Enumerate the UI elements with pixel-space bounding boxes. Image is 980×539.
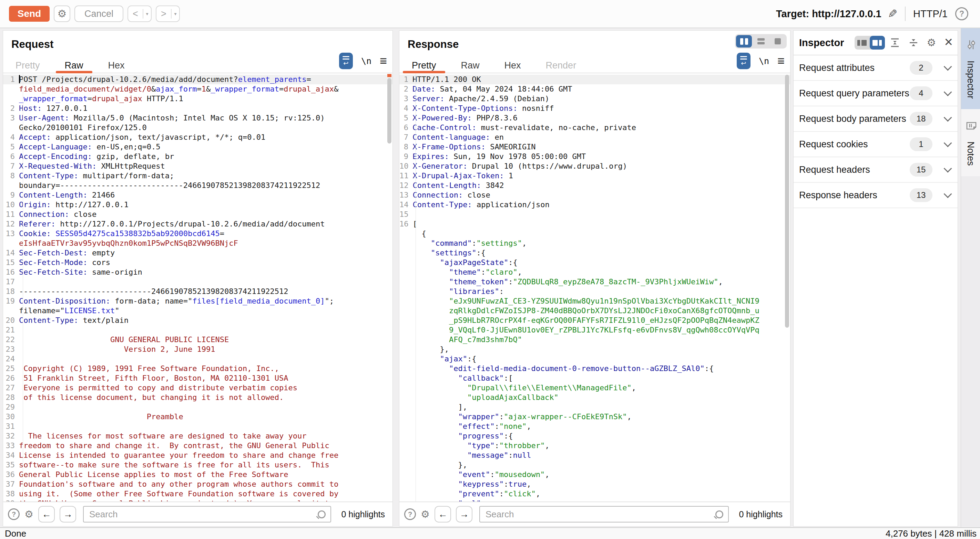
dock-left-button[interactable] (854, 36, 870, 49)
close-icon[interactable]: × (944, 35, 953, 49)
editor-row: "progress":{ (399, 431, 790, 441)
editor-menu-icon[interactable]: ≡ (380, 55, 387, 67)
response-search-input[interactable] (485, 509, 712, 520)
editor-row: 31 (3, 422, 393, 431)
line-number (3, 181, 19, 190)
collapse-all-icon[interactable] (908, 38, 919, 48)
inspector-section-request-attributes[interactable]: Request attributes2 (794, 55, 958, 81)
layout-columns-button[interactable] (736, 35, 752, 48)
scrollbar-thumb[interactable] (785, 75, 789, 328)
line-number: 29 (3, 403, 19, 412)
next-match-button[interactable]: → (456, 506, 473, 523)
search-settings-icon[interactable]: ⚙ (24, 509, 33, 519)
tab-hex[interactable]: Hex (96, 57, 137, 73)
chevron-down-icon[interactable]: ▾ (172, 11, 179, 16)
edit-target-icon[interactable]: ✎ (888, 7, 898, 21)
send-button[interactable]: Send (9, 6, 49, 22)
chevron-down-icon[interactable] (943, 88, 952, 96)
send-settings-button[interactable]: ⚙ (54, 5, 70, 22)
search-help-icon[interactable]: ? (404, 508, 416, 520)
line-number: 33 (3, 441, 19, 450)
search-icon (715, 510, 723, 518)
inspector-section-response-headers[interactable]: Response headers13 (794, 183, 958, 208)
gear-icon[interactable]: ⚙ (927, 38, 936, 48)
tab-pretty[interactable]: Pretty (3, 57, 52, 73)
tab-render[interactable]: Render (533, 57, 589, 73)
chevron-down-icon[interactable] (943, 190, 952, 198)
line-number: 8 (399, 142, 412, 152)
inspector-title: Inspector (799, 37, 844, 49)
chevron-down-icon[interactable]: ▾ (143, 11, 151, 16)
line-number: 19 (3, 296, 19, 306)
prev-match-button[interactable]: ← (38, 506, 55, 523)
editor-row: 13Cookie: SESS05d4275ca1538832b5ab92000b… (3, 229, 393, 239)
layout-rows-button[interactable] (753, 35, 769, 48)
editor-row: eIsHfaaETVr3av95yvbqQhzn0kom1P5wPcNSqB2V… (3, 239, 393, 248)
code-text: Sec-Fetch-Site: same-origin (19, 268, 142, 277)
inspector-dock-toggle (854, 36, 885, 49)
code-text: "event":"mousedown", (412, 470, 549, 479)
chevron-down-icon[interactable] (943, 62, 952, 71)
help-icon[interactable]: ? (955, 7, 968, 20)
code-text: "ajax":{ (412, 354, 476, 364)
line-number: 23 (3, 344, 19, 354)
code-text: "type":"throbber", (412, 441, 549, 450)
editor-row: "uploadAjaxCallback" (399, 393, 790, 403)
show-newlines-icon[interactable]: \n (759, 56, 769, 66)
next-match-button[interactable]: → (60, 506, 76, 523)
response-editor[interactable]: 1HTTP/1.1 200 OK2Date: Sat, 04 May 2024 … (399, 73, 790, 501)
chevron-down-icon[interactable] (943, 113, 952, 122)
request-scrollbar[interactable] (387, 74, 391, 501)
search-help-icon[interactable]: ? (8, 508, 20, 520)
line-number: 11 (3, 209, 19, 219)
search-settings-icon[interactable]: ⚙ (421, 509, 430, 519)
line-number (3, 306, 19, 315)
show-newlines-icon[interactable]: \n (361, 56, 371, 66)
line-number (399, 412, 412, 422)
line-number: 26 (3, 373, 19, 383)
tab-raw[interactable]: Raw (52, 57, 96, 73)
prev-match-button[interactable]: ← (434, 506, 451, 523)
line-number (399, 364, 412, 373)
side-tab-notes[interactable]: Notes (961, 109, 980, 176)
chevron-down-icon[interactable] (943, 139, 952, 147)
inspector-section-request-query-parameters[interactable]: Request query parameters4 (794, 81, 958, 106)
editor-row: 9Content-Length: 21466 (3, 190, 393, 200)
word-wrap-toggle-icon[interactable]: ↩ (339, 53, 353, 69)
side-tab-inspector[interactable]: Inspector (961, 28, 980, 109)
chevron-down-icon[interactable] (943, 164, 952, 173)
line-number (399, 499, 412, 501)
code-text: X-Requested-With: XMLHttpRequest (19, 162, 165, 171)
section-label: Request attributes (799, 63, 875, 73)
code-text: Origin: http://127.0.0.1 (19, 200, 129, 209)
tab-raw[interactable]: Raw (449, 57, 492, 73)
response-scrollbar[interactable] (785, 74, 789, 501)
editor-row: 33freedom to share and change it. By con… (3, 441, 393, 450)
line-number (399, 287, 412, 296)
forward-request-button[interactable]: > ▾ (156, 5, 180, 22)
inspector-section-request-cookies[interactable]: Request cookies1 (794, 132, 958, 157)
request-editor[interactable]: 1POST /Projects/drupal-10.2.6/media/add/… (3, 73, 393, 501)
editor-row: 18-----------------------------246619078… (3, 287, 393, 296)
tab-pretty[interactable]: Pretty (399, 57, 449, 73)
expand-all-icon[interactable] (890, 38, 900, 48)
back-request-button[interactable]: < ▾ (127, 5, 152, 22)
inspector-section-request-body-parameters[interactable]: Request body parameters18 (794, 106, 958, 132)
code-text: "theme":"claro", (412, 268, 522, 277)
layout-single-button[interactable] (770, 35, 786, 48)
request-search-input[interactable] (89, 509, 314, 520)
line-number: 32 (3, 431, 19, 441)
cancel-button[interactable]: Cancel (75, 5, 123, 22)
editor-row: }, (399, 460, 790, 470)
line-number (399, 277, 412, 287)
code-text: POST /Projects/drupal-10.2.6/media/add/d… (19, 75, 311, 84)
code-text: X-Content-Type-Options: nosniff (412, 104, 554, 113)
scrollbar-thumb[interactable] (387, 78, 391, 144)
dock-right-button[interactable] (870, 36, 885, 49)
inspector-header-icons: ⚙ × (890, 36, 953, 49)
word-wrap-toggle-icon[interactable]: ↩ (737, 53, 751, 69)
editor-menu-icon[interactable]: ≡ (777, 55, 784, 67)
inspector-section-request-headers[interactable]: Request headers15 (794, 157, 958, 183)
tab-hex[interactable]: Hex (492, 57, 533, 73)
editor-row: ], (399, 403, 790, 412)
